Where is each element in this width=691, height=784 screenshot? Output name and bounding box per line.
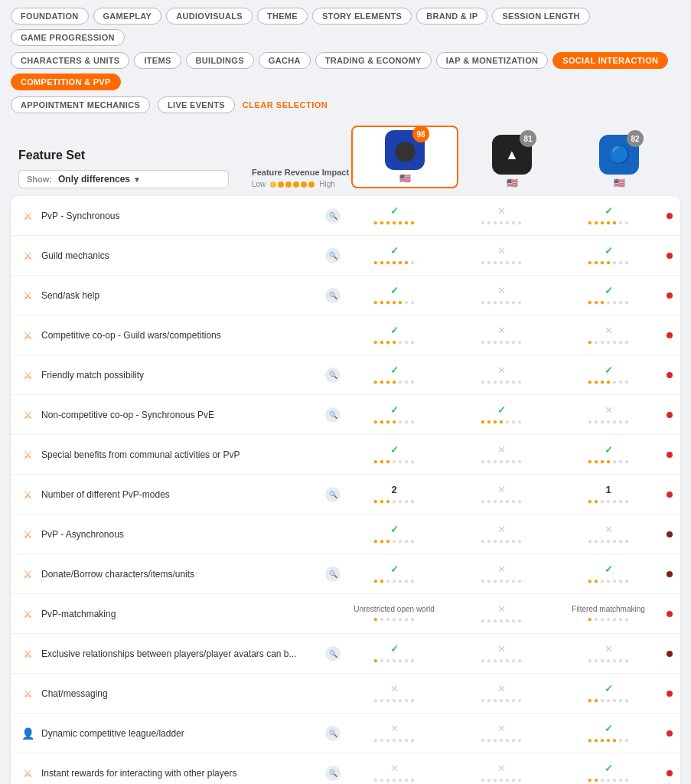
search-icon[interactable]: 🔍 <box>325 487 341 502</box>
cell-text-value: Unrestricted open world <box>354 605 435 613</box>
nav-tag-audiovisuals[interactable]: AUDIOVISUALS <box>166 8 253 24</box>
nav-tag-gameplay[interactable]: GAMEPLAY <box>93 8 162 24</box>
x-mark-icon: ✕ <box>390 683 399 694</box>
nav-tag-social-interaction[interactable]: SOCIAL INTERACTION <box>552 52 668 69</box>
empty-dot-icon: ● <box>410 736 415 744</box>
dot-rating-row: ●●●●●●● <box>373 417 415 426</box>
filled-dot-icon: ● <box>380 298 384 306</box>
filled-dot-icon: ● <box>380 457 384 466</box>
empty-dot-icon: ● <box>410 338 415 346</box>
empty-dot-icon: ● <box>594 537 598 545</box>
table-row: ⚔Non-competitive co-op - Synchronous PvE… <box>11 395 680 435</box>
filled-dot-icon: ● <box>398 218 403 227</box>
empty-dot-icon: ● <box>517 298 522 306</box>
app-col-header-pokemon[interactable]: ⬤ 98 🇺🇸 <box>351 126 458 188</box>
data-col-0: ✓●●●●●●● <box>341 524 448 545</box>
row-feature-icon: ⚔ <box>18 406 37 424</box>
nav-tag-story-elements[interactable]: STORY ELEMENTS <box>312 8 412 24</box>
nav-tag-game-progression[interactable]: GAME PROGRESSION <box>11 29 125 46</box>
data-col-0: ✓●●●●●●● <box>341 325 448 346</box>
x-mark-icon: ✕ <box>497 444 506 456</box>
data-col-0: ✓●●●●●●● <box>341 285 448 306</box>
data-col-1: ✕●●●●●●● <box>448 484 555 505</box>
row-feature-icon: 👤 <box>18 724 37 743</box>
check-mark-icon: ✓ <box>605 245 613 256</box>
empty-dot-icon: ● <box>404 736 409 744</box>
table-row: ⚔Friendly match possibility🔍✓●●●●●●●✕●●●… <box>11 355 680 395</box>
row-feature-name: Number of different PvP-modes <box>41 489 321 500</box>
clear-selection-button[interactable]: CLEAR SELECTION <box>243 100 328 109</box>
search-icon[interactable]: 🔍 <box>325 646 341 662</box>
filled-dot-icon: ● <box>600 377 605 386</box>
nav-tag-appointment-mechanics[interactable]: APPOINTMENT MECHANICS <box>11 96 150 113</box>
empty-dot-icon: ● <box>499 338 504 346</box>
x-mark-icon: ✕ <box>497 683 506 694</box>
nav-tag-characters-units[interactable]: CHARACTERS & UNITS <box>11 52 129 69</box>
dot-rating-row: ●●●●●●● <box>481 497 522 505</box>
search-icon[interactable]: 🔍 <box>325 208 341 224</box>
empty-dot-icon: ● <box>398 656 403 665</box>
nav-tag-theme[interactable]: THEME <box>257 8 308 24</box>
empty-dot-icon: ● <box>517 537 522 545</box>
nav-tag-items[interactable]: ITEMS <box>134 52 181 69</box>
empty-dot-icon: ● <box>511 457 516 466</box>
nav-tag-buildings[interactable]: BUILDINGS <box>186 52 254 69</box>
data-col-0: ✓●●●●●●● <box>341 364 448 386</box>
empty-dot-icon: ● <box>398 497 403 505</box>
dot-rating-row: ●●●●●●● <box>481 457 522 466</box>
x-mark-icon: ✕ <box>497 325 506 336</box>
filled-dot-icon: ● <box>594 696 598 704</box>
empty-dot-icon: ● <box>606 776 611 784</box>
row-end-indicator <box>667 452 673 458</box>
nav-tag-iap-monetization[interactable]: IAP & MONETIZATION <box>436 52 549 69</box>
search-icon[interactable]: 🔍 <box>325 766 341 781</box>
empty-dot-icon: ● <box>511 218 516 227</box>
table-row: ⚔PvP-matchmakingUnrestricted open world●… <box>11 594 680 634</box>
table-row: ⚔Guild mechanics🔍✓●●●●●●●✕●●●●●●●✓●●●●●●… <box>11 236 680 276</box>
empty-dot-icon: ● <box>386 656 390 665</box>
check-mark-icon: ✓ <box>390 524 399 535</box>
empty-dot-icon: ● <box>487 537 491 545</box>
nav-tag-competition-pvp[interactable]: COMPETITION & PVP <box>11 74 121 90</box>
filled-dot-icon: ● <box>380 258 384 266</box>
dot-rating-row: ●●●●●●● <box>481 616 522 625</box>
show-dropdown[interactable]: Show: Only differences ▼ <box>18 170 229 188</box>
row-feature-icon: ⚔ <box>18 565 37 583</box>
data-col-0: ✓●●●●●●● <box>341 404 448 426</box>
empty-dot-icon: ● <box>410 537 415 545</box>
empty-dot-icon: ● <box>392 776 396 784</box>
nav-tag-trading-economy[interactable]: TRADING & ECONOMY <box>315 52 432 69</box>
empty-dot-icon: ● <box>487 457 491 466</box>
dot-rating-row: ●●●●●●● <box>481 377 522 386</box>
row-feature-name: Guild mechanics <box>41 250 321 261</box>
search-icon[interactable]: 🔍 <box>325 288 341 303</box>
app-col-header-road[interactable]: ▲ 81 🇺🇸 <box>458 126 566 188</box>
nav-tag-session-length[interactable]: SESSION LENGTH <box>492 8 589 24</box>
nav-tag-brand-&-ip[interactable]: BRAND & IP <box>416 8 487 24</box>
filled-dot-icon: ● <box>386 457 390 466</box>
search-icon[interactable]: 🔍 <box>325 368 341 383</box>
empty-dot-icon: ● <box>594 338 598 346</box>
data-col-1: ✕●●●●●●● <box>448 325 555 346</box>
empty-dot-icon: ● <box>398 615 403 623</box>
nav-tag-foundation[interactable]: FOUNDATION <box>11 8 89 24</box>
empty-dot-icon: ● <box>511 258 516 266</box>
search-icon[interactable]: 🔍 <box>325 567 341 582</box>
nav-tag-live-events[interactable]: LIVE EVENTS <box>158 96 235 113</box>
empty-dot-icon: ● <box>505 577 510 585</box>
filled-dot-icon: ● <box>594 457 598 466</box>
flag-icon-blue-game: 🇺🇸 <box>614 178 625 188</box>
dot-rating-row: ●●●●●●● <box>373 457 415 466</box>
empty-dot-icon: ● <box>505 656 510 665</box>
empty-dot-icon: ● <box>404 457 409 466</box>
empty-dot-icon: ● <box>511 377 516 386</box>
filled-dot-icon: ● <box>588 776 592 784</box>
search-icon[interactable]: 🔍 <box>325 248 341 263</box>
empty-dot-icon: ● <box>410 656 415 665</box>
search-icon[interactable]: 🔍 <box>325 726 341 741</box>
app-col-header-blue-game[interactable]: 🔵 82 🇺🇸 <box>566 126 673 188</box>
search-icon[interactable]: 🔍 <box>325 407 341 423</box>
empty-dot-icon: ● <box>410 457 415 466</box>
empty-dot-icon: ● <box>499 736 504 744</box>
nav-tag-gacha[interactable]: GACHA <box>259 52 311 69</box>
